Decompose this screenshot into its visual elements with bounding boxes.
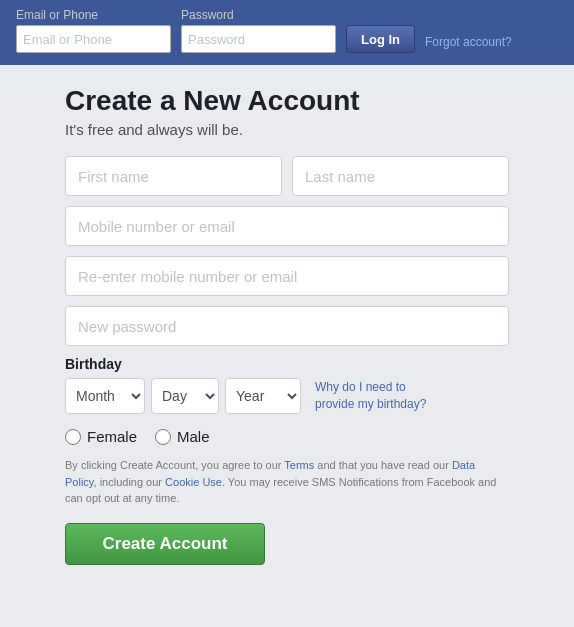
gender-section: Female Male (65, 428, 509, 445)
create-account-button[interactable]: Create Account (65, 523, 265, 565)
page-title: Create a New Account (65, 85, 509, 117)
password-row (65, 306, 509, 346)
navbar: Email or Phone Password Log In Forgot ac… (0, 0, 574, 65)
birthday-label: Birthday (65, 356, 509, 372)
cookie-use-link[interactable]: Cookie Use (165, 476, 222, 488)
male-option[interactable]: Male (155, 428, 210, 445)
terms-link[interactable]: Terms (284, 459, 314, 471)
password-field-group: Password (181, 8, 336, 53)
mobile-email-input[interactable] (65, 206, 509, 246)
female-radio[interactable] (65, 429, 81, 445)
female-label: Female (87, 428, 137, 445)
legal-text-before-terms: By clicking Create Account, you agree to… (65, 459, 284, 471)
forgot-account-link[interactable]: Forgot account? (425, 35, 512, 53)
new-password-input[interactable] (65, 306, 509, 346)
page-subtitle: It's free and always will be. (65, 121, 509, 138)
name-row (65, 156, 509, 196)
first-name-input[interactable] (65, 156, 282, 196)
day-select[interactable]: Day 1234 5678 (151, 378, 219, 414)
birthday-why-link[interactable]: Why do I need to provide my birthday? (315, 379, 445, 413)
email-input[interactable] (16, 25, 171, 53)
mobile-email-row (65, 206, 509, 246)
legal-text-after-terms: and that you have read our (314, 459, 452, 471)
password-label: Password (181, 8, 336, 22)
email-label: Email or Phone (16, 8, 171, 22)
birthday-row: Month JanFebMar AprMayJun JulAugSep OctN… (65, 378, 509, 414)
reenter-mobile-email-input[interactable] (65, 256, 509, 296)
female-option[interactable]: Female (65, 428, 137, 445)
year-select[interactable]: Year 2024200019901980 (225, 378, 301, 414)
login-button[interactable]: Log In (346, 25, 415, 53)
reenter-row (65, 256, 509, 296)
main-content: Create a New Account It's free and alway… (0, 65, 574, 595)
legal-text-middle: , including our (94, 476, 166, 488)
month-select[interactable]: Month JanFebMar AprMayJun JulAugSep OctN… (65, 378, 145, 414)
male-radio[interactable] (155, 429, 171, 445)
email-field-group: Email or Phone (16, 8, 171, 53)
password-input[interactable] (181, 25, 336, 53)
male-label: Male (177, 428, 210, 445)
last-name-input[interactable] (292, 156, 509, 196)
legal-text: By clicking Create Account, you agree to… (65, 457, 509, 507)
birthday-section: Birthday Month JanFebMar AprMayJun JulAu… (65, 356, 509, 414)
